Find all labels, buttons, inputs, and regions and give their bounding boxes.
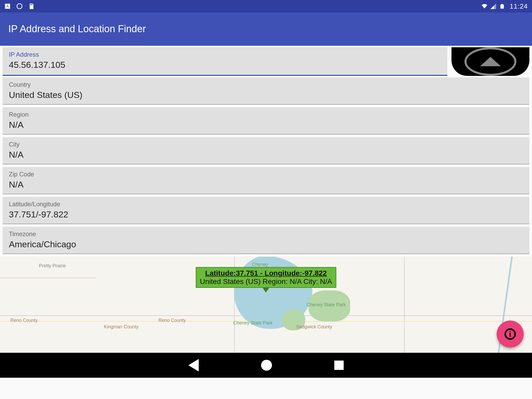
circle-indicator-icon xyxy=(16,3,23,10)
map-label-town: Pretty Prairie xyxy=(39,263,66,269)
callout-subtitle: United States (US) Region: N/A City: N/A xyxy=(200,277,332,286)
map-label-county: Kingman County xyxy=(104,324,138,330)
city-value: N/A xyxy=(9,150,523,160)
region-value: N/A xyxy=(9,120,523,130)
collapse-up-icon xyxy=(464,47,516,76)
country-value: United States (US) xyxy=(9,90,523,100)
back-button[interactable] xyxy=(188,359,199,371)
timezone-field: Timezone America/Chicago xyxy=(3,227,529,254)
region-field: Region N/A xyxy=(3,107,529,135)
zip-value: N/A xyxy=(9,179,523,190)
status-bar: A 11:24 xyxy=(0,0,532,12)
ip-address-field[interactable]: IP Address xyxy=(3,47,447,76)
info-icon: i xyxy=(504,328,516,340)
info-fab[interactable]: i xyxy=(497,321,524,348)
ip-row: IP Address xyxy=(0,46,532,77)
map-label-park: Cheney State Park xyxy=(307,302,330,308)
status-time: 11:24 xyxy=(510,2,528,10)
ip-address-label: IP Address xyxy=(9,51,441,58)
map-label-county: Reno County xyxy=(10,318,38,323)
sd-card-icon xyxy=(28,3,35,10)
latlon-label: Latitude/Longitude xyxy=(9,201,523,208)
battery-icon xyxy=(499,3,506,10)
svg-point-2 xyxy=(17,4,22,9)
map-label-town: Cheney xyxy=(252,262,268,267)
map-label-county: Sedgwick County xyxy=(296,324,332,330)
location-fields: Country United States (US) Region N/A Ci… xyxy=(0,77,532,254)
recent-apps-button[interactable] xyxy=(334,361,344,370)
home-button[interactable] xyxy=(261,360,272,371)
status-right-icons: 11:24 xyxy=(481,2,528,10)
zip-field: Zip Code N/A xyxy=(3,167,529,194)
map-view[interactable]: Pretty Prairie Cheney Cheney State Park … xyxy=(0,257,532,353)
map-label-park: Cheney State Park xyxy=(233,320,257,326)
latlon-value: 37.751/-97.822 xyxy=(9,209,523,220)
county-boundary xyxy=(404,257,405,353)
map-label-county: Reno County xyxy=(158,318,186,323)
country-label: Country xyxy=(9,81,523,88)
region-label: Region xyxy=(9,111,523,118)
wifi-icon xyxy=(481,3,488,10)
country-field: Country United States (US) xyxy=(3,77,529,105)
collapse-button[interactable] xyxy=(451,47,529,76)
svg-rect-7 xyxy=(500,5,504,9)
app-bar: IP Address and Location Finder xyxy=(0,12,532,46)
cell-signal-icon xyxy=(490,3,497,10)
svg-rect-5 xyxy=(32,4,32,5)
timezone-label: Timezone xyxy=(9,230,523,238)
map-marker-callout[interactable]: Latitude:37.751 - Longitude:-97.822 Unit… xyxy=(196,267,336,288)
city-field: City N/A xyxy=(3,137,529,164)
ip-address-input[interactable] xyxy=(9,60,441,70)
app-title: IP Address and Location Finder xyxy=(8,23,146,35)
zip-label: Zip Code xyxy=(9,171,523,178)
svg-rect-4 xyxy=(31,4,32,5)
svg-rect-6 xyxy=(501,4,503,5)
status-left-icons: A xyxy=(4,3,35,10)
city-label: City xyxy=(9,141,523,148)
latlon-field: Latitude/Longitude 37.751/-97.822 xyxy=(3,197,529,224)
system-nav-bar xyxy=(0,353,532,378)
keyboard-indicator-icon: A xyxy=(4,3,11,10)
svg-rect-3 xyxy=(30,4,31,5)
callout-title: Latitude:37.751 - Longitude:-97.822 xyxy=(200,269,332,277)
svg-text:A: A xyxy=(6,4,9,8)
road-line xyxy=(0,278,96,278)
timezone-value: America/Chicago xyxy=(9,239,523,249)
